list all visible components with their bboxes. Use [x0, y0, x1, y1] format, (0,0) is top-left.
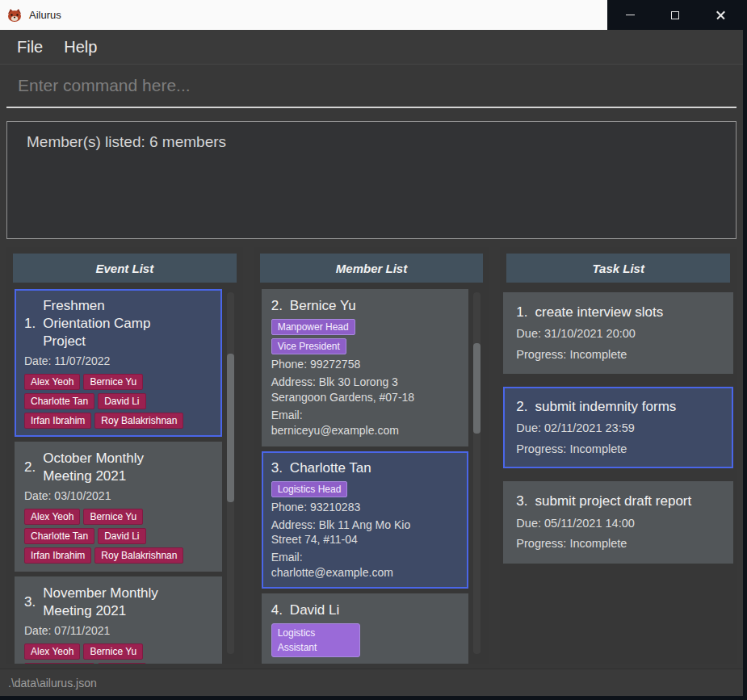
result-display[interactable]: Member(s) listed: 6 members [6, 121, 737, 239]
member-list-panel: Member List 2. Bernice Yu Manpower HeadV… [254, 247, 490, 664]
task-progress: Progress: Incomplete [516, 536, 720, 552]
event-index: 2. [24, 459, 36, 476]
event-member-tag: Bernice Yu [83, 509, 143, 525]
member-title-row: 4. David Li [271, 601, 460, 619]
event-member-tag: Irfan Ibrahim [24, 413, 91, 429]
event-name: October Monthly Meeting 2021 [43, 450, 166, 485]
task-due: Due: 02/11/2021 23:59 [516, 421, 720, 437]
member-role-tag: Vice President [271, 338, 346, 354]
member-list[interactable]: 2. Bernice Yu Manpower HeadVice Presiden… [254, 286, 490, 664]
member-email: Email: charlotte@example.com [271, 550, 423, 581]
status-bar: .\data\ailurus.json [0, 669, 743, 696]
scrollbar-thumb[interactable] [473, 343, 481, 434]
maximize-icon [671, 11, 679, 19]
member-email: Email: berniceyu@example.com [271, 408, 423, 438]
result-text: Member(s) listed: 6 members [27, 133, 226, 150]
maximize-button[interactable] [653, 0, 698, 30]
event-member-tag: David Li [98, 393, 145, 409]
event-name: November Monthly Meeting 2021 [43, 585, 166, 620]
task-index: 3. [516, 493, 527, 509]
task-name: create interview slots [535, 304, 664, 321]
title-bar-left: Ailurus [0, 0, 607, 30]
event-member-tag: Alex Yeoh [24, 374, 80, 390]
task-list-title: Task List [592, 262, 644, 275]
event-member-tag: Bernice Yu [83, 374, 143, 390]
member-list-scrollbar[interactable] [473, 292, 481, 654]
event-card-2[interactable]: 2. October Monthly Meeting 2021 Date: 03… [15, 442, 222, 572]
app-window: Ailurus File Help Member(s) listed: 6 me… [0, 0, 747, 700]
event-member-tag: Roy Balakrishnan [94, 413, 183, 429]
event-card-3[interactable]: 3. November Monthly Meeting 2021 Date: 0… [15, 576, 222, 664]
task-title-row: 3. submit project draft report [516, 493, 720, 510]
event-member-tag: David Li [98, 663, 145, 664]
member-title-row: 2. Bernice Yu [271, 297, 460, 315]
task-progress: Progress: Incomplete [516, 442, 720, 458]
menu-help[interactable]: Help [53, 34, 107, 61]
member-role-tag: Logistics Assistant [271, 623, 360, 657]
window-controls [607, 0, 743, 30]
event-list-scrollbar[interactable] [227, 292, 234, 654]
minimize-button[interactable] [607, 0, 653, 30]
member-name: David Li [290, 601, 339, 619]
event-title-row: 3. November Monthly Meeting 2021 [24, 585, 212, 620]
event-member-tag: Irfan Ibrahim [24, 547, 91, 564]
task-card-1[interactable]: 1. create interview slots Due: 31/10/202… [503, 292, 733, 374]
event-member-tag: Charlotte Tan [24, 393, 94, 409]
minimize-icon [626, 15, 635, 16]
member-list-header: Member List [260, 254, 484, 283]
task-list[interactable]: 1. create interview slots Due: 31/10/202… [500, 286, 737, 664]
member-phone: Phone: 99272758 [271, 357, 423, 372]
list-panels: Event List 1. Freshmen Orientation Camp … [0, 247, 743, 664]
member-card-3[interactable]: 4. David Li Logistics Assistant [262, 593, 469, 664]
member-role-tags: Logistics Head [271, 481, 425, 497]
event-list-panel: Event List 1. Freshmen Orientation Camp … [6, 247, 243, 664]
command-input[interactable] [6, 69, 737, 108]
member-index: 4. [271, 602, 283, 618]
task-title-row: 1. create interview slots [516, 304, 720, 321]
window-title: Ailurus [29, 9, 61, 21]
member-role-tag: Logistics Head [271, 481, 348, 497]
menu-bar: File Help [0, 30, 743, 65]
member-card-1[interactable]: 2. Bernice Yu Manpower HeadVice Presiden… [262, 289, 469, 446]
event-index: 3. [24, 594, 36, 610]
task-progress: Progress: Incomplete [516, 347, 720, 363]
task-card-2[interactable]: 2. submit indemnity forms Due: 02/11/202… [503, 387, 733, 468]
member-card-2[interactable]: 3. Charlotte Tan Logistics Head Phone: 9… [262, 451, 469, 589]
event-date: Date: 07/11/2021 [24, 623, 212, 639]
member-role-tag: Manpower Head [271, 319, 355, 335]
task-list-panel: Task List 1. create interview slots Due:… [500, 247, 737, 664]
title-bar[interactable]: Ailurus [0, 0, 743, 30]
event-member-tags: Alex YeohBernice YuCharlotte TanDavid Li… [24, 374, 208, 429]
event-list-title: Event List [95, 262, 153, 275]
task-name: submit project draft report [535, 493, 692, 510]
member-index: 3. [271, 460, 283, 476]
event-member-tag: Alex Yeoh [24, 509, 80, 525]
close-icon [716, 10, 726, 20]
event-title-row: 2. October Monthly Meeting 2021 [24, 450, 212, 485]
event-member-tags: Alex YeohBernice YuCharlotte TanDavid Li… [24, 509, 208, 564]
app-icon [7, 8, 22, 23]
event-member-tag: Bernice Yu [83, 643, 143, 660]
member-role-tags: Logistics Assistant [271, 623, 425, 657]
task-due: Due: 05/11/2021 14:00 [516, 516, 720, 532]
member-index: 2. [271, 298, 283, 314]
event-list-header: Event List [13, 254, 237, 283]
close-button[interactable] [698, 0, 743, 30]
event-member-tag: Charlotte Tan [24, 528, 94, 544]
event-card-1[interactable]: 1. Freshmen Orientation Camp Project Dat… [15, 289, 222, 437]
event-title-row: 1. Freshmen Orientation Camp Project [24, 297, 212, 350]
task-title-row: 2. submit indemnity forms [516, 398, 720, 416]
event-member-tags: Alex YeohBernice YuCharlotte TanDavid Li… [24, 643, 208, 664]
command-box [0, 65, 743, 113]
task-due: Due: 31/10/2021 20:00 [516, 326, 720, 342]
task-index: 1. [516, 304, 527, 321]
member-phone: Phone: 93210283 [271, 500, 423, 515]
event-date: Date: 11/07/2022 [24, 354, 212, 369]
member-role-tags: Manpower HeadVice President [271, 319, 425, 354]
event-member-tag: Charlotte Tan [24, 663, 94, 664]
member-name: Bernice Yu [290, 297, 356, 315]
event-list[interactable]: 1. Freshmen Orientation Camp Project Dat… [6, 286, 243, 664]
scrollbar-thumb[interactable] [227, 354, 234, 502]
menu-file[interactable]: File [6, 34, 53, 61]
task-card-3[interactable]: 3. submit project draft report Due: 05/1… [503, 481, 733, 563]
